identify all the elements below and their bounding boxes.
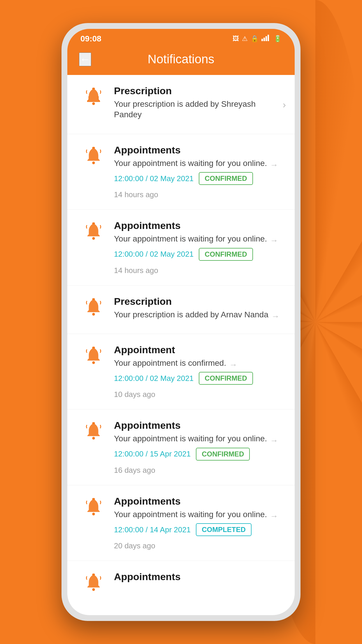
notif-datetime-6: 12:00:00 / 15 Apr 2021 — [114, 449, 191, 459]
svg-point-4 — [92, 102, 95, 105]
notif-content-4: Prescription Your prescription is added … — [108, 296, 283, 323]
header-title: Notifications — [148, 52, 215, 66]
notif-desc-4: Your prescription is added by Arnav Nand… — [114, 309, 268, 320]
notif-meta-3: 12:00:00 / 02 May 2021 CONFIRMED 14 hour… — [114, 248, 283, 275]
svg-point-14 — [92, 437, 95, 440]
notif-desc-1: Your prescription is added by Shreyash P… — [114, 99, 283, 120]
notif-content-2: Appointments Your appointment is waiting… — [108, 144, 283, 199]
notif-content-6: Appointments Your appointment is waiting… — [108, 420, 283, 475]
back-button[interactable]: ← — [79, 52, 91, 66]
notif-title-1: Prescription — [114, 85, 283, 97]
notif-datetime-2: 12:00:00 / 02 May 2021 — [114, 174, 194, 183]
phone-frame: 09:08 🖼 ⚠ 🔒 🔋 — [61, 23, 301, 621]
bell-icon-6 — [79, 421, 108, 442]
notif-title-4: Prescription — [114, 296, 283, 307]
arrow-inline-3: → — [270, 236, 278, 245]
arrow-inline-4: → — [271, 312, 280, 321]
notif-meta-6: 12:00:00 / 15 Apr 2021 CONFIRMED 16 days… — [114, 448, 283, 475]
notif-title-8: Appointments — [114, 571, 283, 582]
bell-icon-8 — [79, 573, 108, 593]
bell-icon-5 — [79, 346, 108, 366]
arrow-inline-7: → — [270, 512, 278, 521]
notif-datetime-3: 12:00:00 / 02 May 2021 — [114, 250, 194, 259]
notif-title-3: Appointments — [114, 220, 283, 231]
app-header: ← Notifications — [67, 46, 295, 75]
notif-title-5: Appointment — [114, 344, 283, 356]
svg-rect-13 — [92, 346, 95, 349]
notif-desc-2: Your appointment is waiting for you onli… — [114, 158, 267, 169]
arrow-inline-5: → — [229, 360, 237, 370]
notif-badge-2: CONFIRMED — [199, 172, 253, 185]
notif-ago-6: 16 days ago — [114, 466, 155, 475]
svg-rect-0 — [261, 39, 263, 41]
notif-badge-7: COMPLETED — [196, 523, 252, 536]
notif-badge-3: CONFIRMED — [199, 248, 253, 261]
arrow-inline-6: → — [270, 436, 278, 445]
notification-item-7[interactable]: Appointments Your appointment is waiting… — [67, 485, 295, 561]
svg-point-6 — [92, 161, 95, 164]
bell-icon-4 — [79, 297, 108, 318]
bell-icon-2 — [79, 146, 108, 166]
svg-point-10 — [92, 313, 95, 315]
notification-item-8[interactable]: Appointments — [67, 561, 295, 596]
svg-rect-2 — [266, 36, 267, 41]
svg-rect-7 — [92, 147, 95, 149]
svg-rect-15 — [92, 422, 95, 424]
bell-icon-7 — [79, 497, 108, 517]
notif-badge-5: CONFIRMED — [199, 372, 253, 385]
svg-rect-3 — [268, 35, 269, 41]
svg-point-18 — [92, 588, 95, 591]
svg-rect-9 — [92, 223, 95, 225]
notif-meta-5: 12:00:00 / 02 May 2021 CONFIRMED 10 days… — [114, 372, 283, 399]
notif-content-5: Appointment Your appointment is confirme… — [108, 344, 283, 399]
signal-icon — [261, 35, 271, 43]
notification-item-1[interactable]: Prescription Your prescription is added … — [67, 75, 295, 134]
bell-icon-1 — [79, 87, 108, 107]
notif-meta-2: 12:00:00 / 02 May 2021 CONFIRMED 14 hour… — [114, 172, 283, 199]
notif-content-3: Appointments Your appointment is waiting… — [108, 220, 283, 275]
svg-rect-1 — [263, 38, 265, 41]
lock-icon: 🔒 — [251, 35, 259, 43]
outer-background: 09:08 🖼 ⚠ 🔒 🔋 — [0, 0, 362, 644]
notif-ago-7: 20 days ago — [114, 541, 155, 550]
notif-desc-7: Your appointment is waiting for you onli… — [114, 509, 267, 520]
notification-item-3[interactable]: Appointments Your appointment is waiting… — [67, 210, 295, 285]
svg-point-16 — [92, 512, 95, 515]
svg-rect-11 — [92, 298, 95, 300]
notifications-list[interactable]: Prescription Your prescription is added … — [67, 75, 295, 615]
status-bar: 09:08 🖼 ⚠ 🔒 🔋 — [67, 29, 295, 46]
notif-badge-6: CONFIRMED — [196, 448, 250, 461]
svg-point-8 — [92, 237, 95, 240]
notif-title-2: Appointments — [114, 144, 283, 156]
notif-ago-5: 10 days ago — [114, 390, 155, 399]
notif-datetime-5: 12:00:00 / 02 May 2021 — [114, 374, 194, 383]
arrow-inline-2: → — [270, 160, 278, 170]
notif-meta-7: 12:00:00 / 14 Apr 2021 COMPLETED 20 days… — [114, 523, 283, 550]
arrow-icon-1: › — [283, 99, 286, 110]
notif-content-1: Prescription Your prescription is added … — [108, 85, 283, 124]
notif-content-8: Appointments — [108, 571, 283, 585]
notif-ago-3: 14 hours ago — [114, 266, 158, 275]
svg-rect-5 — [92, 88, 95, 90]
notif-datetime-7: 12:00:00 / 14 Apr 2021 — [114, 525, 191, 534]
gallery-icon: 🖼 — [233, 35, 239, 43]
notification-item-2[interactable]: Appointments Your appointment is waiting… — [67, 134, 295, 210]
notif-desc-5: Your appointment is confirmed. — [114, 358, 226, 368]
notif-ago-2: 14 hours ago — [114, 190, 158, 199]
warning-icon: ⚠ — [242, 35, 248, 43]
svg-rect-17 — [92, 498, 95, 500]
notification-item-5[interactable]: Appointment Your appointment is confirme… — [67, 334, 295, 410]
notif-title-7: Appointments — [114, 496, 283, 507]
notification-item-4[interactable]: Prescription Your prescription is added … — [67, 286, 295, 334]
notification-item-6[interactable]: Appointments Your appointment is waiting… — [67, 410, 295, 485]
notif-desc-3: Your appointment is waiting for you onli… — [114, 234, 267, 244]
notif-title-6: Appointments — [114, 420, 283, 431]
notif-desc-6: Your appointment is waiting for you onli… — [114, 433, 267, 444]
svg-point-12 — [92, 361, 95, 364]
status-time: 09:08 — [80, 34, 101, 43]
phone-screen: 09:08 🖼 ⚠ 🔒 🔋 — [67, 29, 295, 615]
battery-icon: 🔋 — [274, 35, 282, 43]
status-icons: 🖼 ⚠ 🔒 🔋 — [233, 35, 282, 43]
svg-rect-19 — [92, 574, 95, 576]
notif-content-7: Appointments Your appointment is waiting… — [108, 496, 283, 550]
